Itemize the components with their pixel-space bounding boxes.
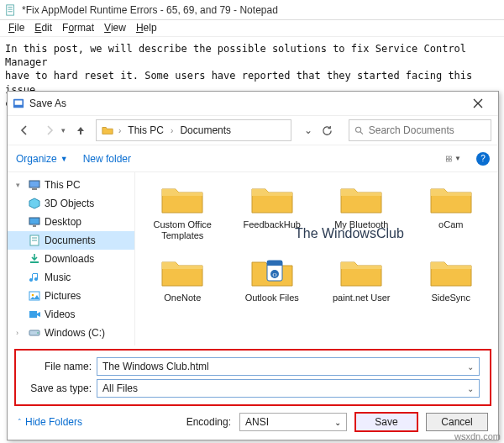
- site-watermark: wsxdn.com: [454, 431, 501, 441]
- folder-icon: [159, 252, 206, 289]
- svg-rect-14: [29, 218, 39, 224]
- drive-icon: [28, 326, 41, 340]
- folder-tile[interactable]: My Bluetooth: [319, 179, 404, 240]
- expand-icon[interactable]: ▾: [16, 181, 24, 189]
- new-folder-button[interactable]: New folder: [83, 153, 131, 165]
- tree-item-videos[interactable]: Videos: [8, 305, 134, 324]
- hide-folders-button[interactable]: ˄ Hide Folders: [18, 416, 82, 428]
- tree-item-recovery-d-[interactable]: ›RECOVERY (D:): [8, 342, 134, 345]
- chevron-right-icon: ›: [169, 126, 175, 135]
- cancel-label: Cancel: [441, 416, 472, 428]
- svg-rect-0: [7, 4, 14, 14]
- menu-help[interactable]: Help: [133, 22, 160, 34]
- notepad-title: *Fix AppModel Runtime Errors - 65, 69, a…: [22, 4, 278, 16]
- search-input[interactable]: [369, 124, 486, 136]
- tree-item-label: Videos: [45, 309, 75, 320]
- folder-tile[interactable]: FeedbackHub: [230, 179, 315, 240]
- menu-bar: File Edit Format View Help: [0, 20, 504, 37]
- tree-item-downloads[interactable]: Downloads: [8, 250, 134, 268]
- chevron-down-icon[interactable]: ⌄: [467, 384, 474, 393]
- nav-row: ▾ › This PC › Documents ⌄: [8, 115, 498, 145]
- forward-button[interactable]: [39, 120, 60, 140]
- folder-tile[interactable]: oCam: [409, 179, 494, 240]
- folder-tile[interactable]: Custom Office Templates: [140, 179, 225, 240]
- history-dropdown-icon[interactable]: ▾: [61, 126, 66, 134]
- breadcrumb-root[interactable]: This PC: [126, 124, 165, 136]
- svg-rect-13: [32, 188, 37, 190]
- dropdown-icon[interactable]: ⌄: [302, 124, 315, 136]
- drive-icon: [28, 345, 41, 345]
- menu-format[interactable]: Format: [59, 22, 97, 34]
- folder-label: FeedbackHub: [234, 219, 310, 230]
- tree-item-music[interactable]: Music: [8, 268, 134, 287]
- save-as-type-select[interactable]: All Files ⌄: [97, 379, 480, 398]
- chevron-down-icon[interactable]: ⌄: [467, 362, 474, 372]
- folder-icon: [159, 179, 206, 216]
- folder-label: oCam: [413, 219, 489, 230]
- folder-tile[interactable]: OOutlook Files: [230, 252, 315, 303]
- tree-item-windows-c-[interactable]: ›Windows (C:): [8, 324, 134, 342]
- search-box[interactable]: [349, 119, 491, 141]
- save-button[interactable]: Save: [355, 413, 417, 431]
- folder-icon: [102, 124, 113, 136]
- svg-rect-12: [29, 181, 39, 187]
- organize-label: Organize: [16, 153, 57, 165]
- back-button[interactable]: [14, 120, 34, 140]
- up-button[interactable]: [71, 120, 91, 140]
- search-icon: [354, 125, 364, 135]
- organize-button[interactable]: Organize ▼: [16, 153, 68, 165]
- file-name-value: The Windows Club.html: [102, 361, 467, 372]
- svg-rect-22: [29, 311, 37, 318]
- breadcrumb-current[interactable]: Documents: [178, 124, 233, 136]
- svg-rect-9: [449, 156, 452, 158]
- tree-item-desktop[interactable]: Desktop: [8, 213, 134, 231]
- content-area[interactable]: Custom Office TemplatesFeedbackHubMy Blu…: [135, 172, 498, 345]
- chevron-down-icon: ▼: [454, 155, 461, 162]
- svg-rect-15: [33, 225, 36, 227]
- svg-rect-10: [447, 159, 449, 161]
- folder-icon: [338, 179, 385, 216]
- chevron-right-icon: ›: [117, 126, 123, 135]
- folder-icon: [428, 179, 475, 216]
- cancel-button[interactable]: Cancel: [426, 413, 488, 431]
- notepad-titlebar: *Fix AppModel Runtime Errors - 65, 69, a…: [0, 0, 504, 20]
- folder-tile[interactable]: OneNote: [140, 252, 225, 303]
- encoding-label: Encoding:: [186, 416, 231, 428]
- nav-tree: ▾This PC3D ObjectsDesktopDocumentsDownlo…: [8, 172, 135, 345]
- folder-icon: [338, 252, 385, 289]
- tree-item-label: Windows (C:): [45, 327, 105, 339]
- 3d-icon: [28, 197, 41, 210]
- view-button[interactable]: ▼: [446, 151, 461, 166]
- file-name-input[interactable]: The Windows Club.html ⌄: [97, 357, 480, 376]
- filename-fields: File name: The Windows Club.html ⌄ Save …: [14, 349, 491, 406]
- help-button[interactable]: ?: [476, 152, 490, 166]
- chevron-down-icon[interactable]: ⌄: [334, 418, 341, 427]
- tree-item-label: This PC: [45, 179, 81, 191]
- save-label: Save: [375, 416, 397, 428]
- tree-item-3d-objects[interactable]: 3D Objects: [8, 194, 134, 213]
- docs-icon: [28, 234, 41, 247]
- dialog-icon: [13, 98, 24, 109]
- svg-rect-28: [267, 261, 282, 266]
- close-button[interactable]: [463, 94, 493, 113]
- folder-tile[interactable]: paint.net User: [319, 252, 404, 303]
- refresh-icon[interactable]: [322, 125, 335, 136]
- save-as-type-value: All Files: [102, 382, 467, 394]
- tree-item-label: Documents: [45, 235, 96, 246]
- toolbar: Organize ▼ New folder ▼ ?: [8, 145, 498, 172]
- encoding-select[interactable]: ANSI ⌄: [239, 413, 347, 431]
- folder-label: paint.net User: [323, 293, 399, 303]
- menu-view[interactable]: View: [101, 22, 129, 34]
- menu-edit[interactable]: Edit: [31, 22, 55, 34]
- tree-item-this-pc[interactable]: ▾This PC: [8, 176, 134, 194]
- expand-icon[interactable]: ›: [16, 329, 24, 337]
- videos-icon: [28, 308, 41, 321]
- folder-label: My Bluetooth: [323, 219, 399, 230]
- music-icon: [28, 271, 41, 284]
- menu-file[interactable]: File: [5, 22, 28, 34]
- folder-tile[interactable]: SideSync: [409, 252, 494, 303]
- address-bar[interactable]: › This PC › Documents: [96, 119, 291, 141]
- tree-item-documents[interactable]: Documents: [8, 231, 134, 250]
- svg-point-24: [37, 332, 39, 334]
- tree-item-pictures[interactable]: Pictures: [8, 287, 134, 305]
